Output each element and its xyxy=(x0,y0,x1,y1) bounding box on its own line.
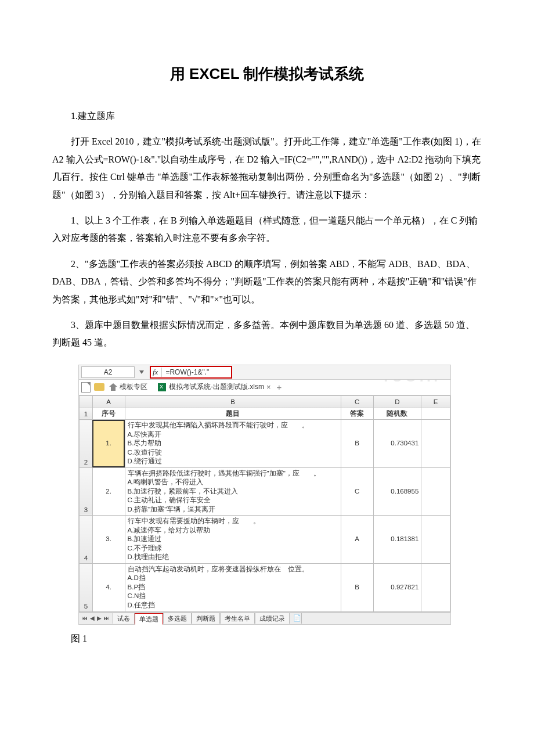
namebox-dropdown-icon[interactable] xyxy=(139,370,144,374)
table-row: 32.车辆在拥挤路段低速行驶时，遇其他车辆强行"加塞"，应 。 A.鸣喇叭警告，… xyxy=(80,467,450,516)
row-header[interactable]: 4 xyxy=(80,516,93,564)
spreadsheet-grid: A B C D E 1 序号 题目 答案 随机数 21.行车中发现其他车辆陷入损… xyxy=(79,395,450,612)
cell-empty[interactable] xyxy=(421,467,450,516)
cell-question[interactable]: 车辆在拥挤路段低速行驶时，遇其他车辆强行"加塞"，应 。 A.鸣喇叭警告，不得进… xyxy=(125,467,341,516)
col-header-B[interactable]: B xyxy=(125,395,341,408)
excel-screenshot-figure1: .com A2 fx =ROW()-1&"." 模板专区 模拟考试系统-出题测试… xyxy=(78,365,451,625)
close-tab-icon[interactable]: × xyxy=(266,383,271,391)
last-sheet-icon[interactable]: ⏭ xyxy=(104,615,110,621)
header-cell-E[interactable] xyxy=(421,408,450,420)
table-header-row: 1 序号 题目 答案 随机数 xyxy=(80,408,450,420)
page-title: 用 EXCEL 制作模拟考试系统 xyxy=(52,64,482,84)
workbook-file-tab[interactable]: 模拟考试系统-出题测试版.xlsm × xyxy=(158,382,273,392)
home-icon[interactable] xyxy=(109,383,117,391)
sheet-tab[interactable]: 多选题 xyxy=(163,613,192,624)
select-all-corner[interactable] xyxy=(80,395,93,408)
first-sheet-icon[interactable]: ⏮ xyxy=(82,615,88,621)
row-header[interactable]: 5 xyxy=(80,563,93,611)
next-sheet-icon[interactable]: ▶ xyxy=(97,615,102,621)
col-header-C[interactable]: C xyxy=(341,395,373,408)
fx-icon[interactable]: fx xyxy=(153,368,162,377)
cell-answer[interactable]: C xyxy=(341,467,373,516)
header-cell-seq[interactable]: 序号 xyxy=(92,408,125,420)
new-doc-icon[interactable] xyxy=(81,382,91,393)
cell-rand[interactable]: 0.181381 xyxy=(373,516,421,564)
sheet-tab-bar: ⏮ ◀ ▶ ⏭ 试卷单选题多选题判断题考生名单成绩记录 📄 xyxy=(79,612,450,624)
cell-seq[interactable]: 1. xyxy=(92,420,125,468)
prev-sheet-icon[interactable]: ◀ xyxy=(90,615,95,621)
sheet-tab[interactable]: 考生名单 xyxy=(220,613,255,624)
excel-file-icon xyxy=(158,383,166,391)
paragraph-4: 3、题库中题目数量根据实际情况而定，多多益善。本例中题库数目为单选题 60 道、… xyxy=(52,316,482,352)
formula-box-highlight: fx =ROW()-1&"." xyxy=(150,366,232,379)
cell-rand[interactable]: 0.168955 xyxy=(373,467,421,516)
row-header[interactable]: 3 xyxy=(80,467,93,516)
cell-seq[interactable]: 3. xyxy=(92,516,125,564)
paragraph-1: 打开 Excel 2010，建立"模拟考试系统-出题测试版"。打开此工作簿，建立… xyxy=(52,133,482,204)
section-heading-1: 1.建立题库 xyxy=(52,107,482,125)
header-cell-question[interactable]: 题目 xyxy=(125,408,341,420)
workbook-tab-bar: 模板专区 模拟考试系统-出题测试版.xlsm × + xyxy=(79,380,450,395)
cell-empty[interactable] xyxy=(421,516,450,564)
cell-answer[interactable]: A xyxy=(341,516,373,564)
col-header-A[interactable]: A xyxy=(92,395,125,408)
col-header-E[interactable]: E xyxy=(421,395,450,408)
cell-seq[interactable]: 2. xyxy=(92,467,125,516)
sheet-tab[interactable]: 成绩记录 xyxy=(255,613,290,624)
formula-bar: A2 fx =ROW()-1&"." xyxy=(79,365,450,380)
paragraph-2: 1、以上 3 个工作表，在 B 列输入单选题题目（样式随意，但一道题只能占一个单… xyxy=(52,212,482,247)
open-folder-icon[interactable] xyxy=(94,383,104,391)
cell-rand[interactable]: 0.927821 xyxy=(373,563,421,611)
cell-answer[interactable]: B xyxy=(341,420,373,468)
insert-sheet-icon[interactable]: 📄 xyxy=(293,614,301,622)
row-header[interactable]: 2 xyxy=(80,420,93,468)
cell-answer[interactable]: B xyxy=(341,563,373,611)
sheet-tab[interactable]: 判断题 xyxy=(192,613,220,624)
header-cell-rand[interactable]: 随机数 xyxy=(373,408,421,420)
table-row: 21.行车中发现其他车辆陷入损坏路段而不能行驶时，应 。 A.尽快离开 B.尽力… xyxy=(80,420,450,468)
cell-question[interactable]: 行车中发现有需要援助的车辆时，应 。 A.减速停车，给对方以帮助 B.加速通过 … xyxy=(125,516,341,564)
template-zone-tab[interactable]: 模板专区 xyxy=(120,382,147,392)
formula-input[interactable]: =ROW()-1&"." xyxy=(162,368,229,376)
paragraph-3: 2、"多选题"工作表的答案必须按 ABCD 的顺序填写，例如答案 ABD，不能写… xyxy=(52,255,482,308)
workbook-filename: 模拟考试系统-出题测试版.xlsm xyxy=(169,382,264,392)
col-header-D[interactable]: D xyxy=(373,395,421,408)
cell-question[interactable]: 行车中发现其他车辆陷入损坏路段而不能行驶时，应 。 A.尽快离开 B.尽力帮助 … xyxy=(125,420,341,468)
cell-question[interactable]: 自动挡汽车起动发动机时，应将变速器操纵杆放在 位置。 A.D挡 B.P挡 C.N… xyxy=(125,563,341,611)
cell-empty[interactable] xyxy=(421,563,450,611)
table-row: 43.行车中发现有需要援助的车辆时，应 。 A.减速停车，给对方以帮助 B.加速… xyxy=(80,516,450,564)
table-row: 54.自动挡汽车起动发动机时，应将变速器操纵杆放在 位置。 A.D挡 B.P挡 … xyxy=(80,563,450,611)
sheet-tab[interactable]: 单选题 xyxy=(135,613,163,625)
column-header-row: A B C D E xyxy=(80,395,450,408)
sheet-tab[interactable]: 试卷 xyxy=(113,613,135,624)
header-cell-answer[interactable]: 答案 xyxy=(341,408,373,420)
name-box[interactable]: A2 xyxy=(81,366,135,378)
row-header-1[interactable]: 1 xyxy=(80,408,93,420)
cell-rand[interactable]: 0.730431 xyxy=(373,420,421,468)
figure1-caption: 图 1 xyxy=(52,633,482,645)
cell-seq[interactable]: 4. xyxy=(92,563,125,611)
new-tab-icon[interactable]: + xyxy=(277,382,282,392)
cell-empty[interactable] xyxy=(421,420,450,468)
sheet-nav-arrows[interactable]: ⏮ ◀ ▶ ⏭ xyxy=(79,615,113,621)
